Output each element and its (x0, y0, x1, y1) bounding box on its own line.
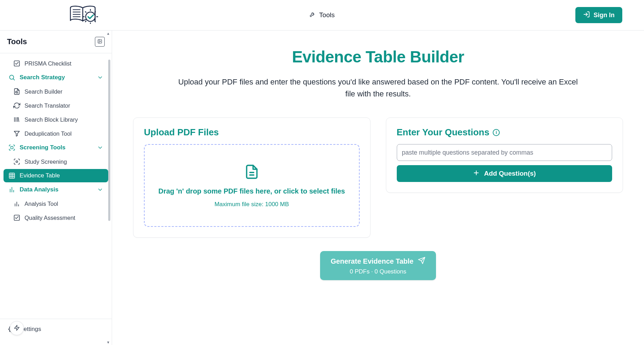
sidebar-item-label: Evidence Table (20, 172, 60, 179)
refresh-icon (13, 102, 20, 109)
sidebar-item-search-builder[interactable]: Search Builder (4, 85, 108, 98)
bar-chart-icon (13, 200, 20, 207)
svg-line-10 (95, 21, 96, 22)
sidebar-item-label: Study Screening (25, 158, 67, 165)
sidebar-item-label: Search Builder (25, 88, 62, 95)
sidebar-header: Tools (0, 31, 112, 53)
sidebar-item-label: Search Translator (25, 102, 70, 109)
generate-evidence-table-button[interactable]: Generate Evidence Table 0 PDFs · 0 Quest… (320, 251, 436, 280)
scroll-up-icon[interactable]: ▲ (105, 31, 111, 36)
sidebar: ▲ Tools (0, 31, 112, 345)
sidebar-nav: PRISMA Checklist Search Strategy Search … (0, 53, 112, 319)
svg-point-4 (86, 12, 95, 21)
sidebar-collapse-button[interactable] (95, 37, 105, 47)
search-icon (8, 74, 15, 81)
logo-container (10, 5, 309, 25)
header-nav-tools[interactable]: Tools (309, 11, 334, 19)
questions-card: Enter Your Questions i Add Question(s) (386, 117, 623, 193)
library-icon (13, 116, 20, 123)
sidebar-item-label: Search Block Library (25, 116, 78, 123)
sidebar-item-label: PRISMA Checklist (25, 60, 71, 67)
sidebar-item-quality-assessment[interactable]: Quality Assessment (4, 211, 108, 224)
sidebar-group-label: Screening Tools (20, 144, 65, 151)
scrollbar-thumb[interactable] (108, 60, 110, 221)
cards-row: Upload PDF Files Drag 'n' drop some PDF … (133, 117, 623, 238)
send-icon (418, 257, 425, 266)
table-icon (8, 172, 15, 179)
panel-left-close-icon (97, 39, 102, 45)
login-icon (583, 11, 590, 20)
header-nav-label: Tools (319, 11, 334, 19)
dropzone-subtext: Maximum file size: 1000 MB (214, 201, 289, 208)
chevron-down-icon (97, 74, 103, 81)
add-question-label: Add Question(s) (484, 170, 536, 177)
upload-card: Upload PDF Files Drag 'n' drop some PDF … (133, 117, 371, 238)
sidebar-item-analysis-tool[interactable]: Analysis Tool (4, 197, 108, 210)
questions-input[interactable] (397, 144, 612, 161)
svg-line-11 (85, 21, 86, 22)
sidebar-item-deduplication-tool[interactable]: Deduplication Tool (4, 127, 108, 140)
sidebar-group-label: Search Strategy (20, 74, 65, 81)
upload-card-title: Upload PDF Files (144, 127, 360, 138)
sidebar-item-label: Analysis Tool (25, 201, 58, 207)
dropzone-text: Drag 'n' drop some PDF files here, or cl… (158, 187, 345, 195)
sidebar-item-evidence-table[interactable]: Evidence Table (4, 169, 108, 182)
sidebar-group-label: Data Analysis (20, 186, 58, 193)
sidebar-item-prisma-checklist[interactable]: PRISMA Checklist (4, 57, 108, 70)
questions-card-title: Enter Your Questions i (397, 127, 612, 138)
svg-marker-25 (14, 131, 20, 136)
sidebar-item-label: Quality Assessment (25, 215, 75, 221)
svg-point-17 (9, 75, 14, 79)
questions-title-text: Enter Your Questions (397, 127, 490, 138)
main-content: Evidence Table Builder Upload your PDF f… (112, 31, 644, 345)
scrollbar-track[interactable] (108, 58, 111, 284)
svg-line-24 (18, 117, 19, 122)
wrench-icon (309, 11, 316, 19)
chevron-down-icon (97, 187, 103, 193)
check-square-icon (13, 214, 20, 221)
sign-in-label: Sign In (594, 12, 615, 19)
app-header: Tools Sign In (0, 0, 644, 31)
sidebar-group-screening-tools[interactable]: Screening Tools (4, 141, 108, 154)
plus-icon (473, 169, 480, 178)
checklist-icon (13, 60, 20, 67)
bolt-icon (14, 325, 20, 332)
svg-rect-28 (9, 173, 15, 178)
svg-rect-26 (11, 147, 13, 149)
file-icon (244, 163, 259, 182)
generate-wrap: Generate Evidence Table 0 PDFs · 0 Quest… (133, 251, 623, 280)
svg-marker-47 (14, 325, 19, 330)
floating-action-button[interactable] (10, 321, 24, 335)
sign-in-button[interactable]: Sign In (575, 7, 622, 23)
page-description: Upload your PDF files and enter the ques… (175, 76, 581, 100)
sidebar-item-label: Deduplication Tool (25, 130, 72, 137)
page-title: Evidence Table Builder (133, 47, 623, 66)
generate-label: Generate Evidence Table (331, 257, 413, 265)
filter-icon (13, 130, 20, 137)
file-search-icon (13, 88, 20, 95)
app-logo-icon (69, 5, 98, 25)
scroll-down-icon[interactable]: ▼ (105, 339, 111, 345)
svg-point-27 (16, 161, 18, 163)
svg-line-18 (13, 79, 15, 80)
chevron-down-icon (97, 144, 103, 151)
svg-line-20 (17, 93, 18, 93)
header-right: Sign In (335, 7, 634, 23)
sidebar-group-search-strategy[interactable]: Search Strategy (4, 71, 108, 84)
sidebar-title: Tools (7, 37, 27, 46)
generate-subtext: 0 PDFs · 0 Questions (350, 268, 407, 275)
sidebar-item-study-screening[interactable]: Study Screening (4, 155, 108, 168)
pdf-dropzone[interactable]: Drag 'n' drop some PDF files here, or cl… (144, 144, 360, 227)
sidebar-item-search-block-library[interactable]: Search Block Library (4, 113, 108, 126)
info-icon[interactable]: i (493, 129, 500, 136)
add-question-button[interactable]: Add Question(s) (397, 165, 612, 182)
sidebar-group-data-analysis[interactable]: Data Analysis (4, 183, 108, 196)
scan-icon (8, 144, 15, 151)
focus-icon (13, 158, 20, 165)
bar-chart-icon (8, 186, 15, 193)
sidebar-item-search-translator[interactable]: Search Translator (4, 99, 108, 112)
